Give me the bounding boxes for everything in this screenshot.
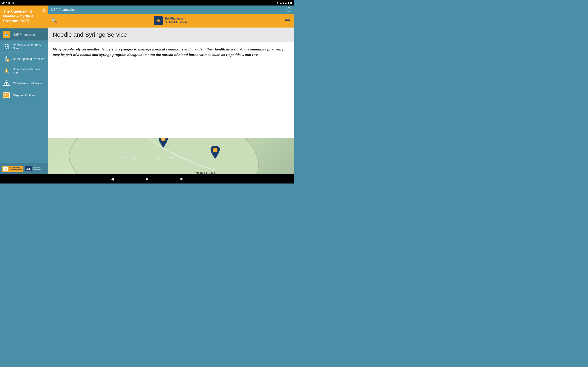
loading-indicator (287, 7, 291, 12)
web-frame: 🔍 ℞ The Pharmacy Guild of Australia Need… (48, 14, 294, 174)
web-header-logo: ℞ The Pharmacy Guild of Australia (154, 16, 188, 25)
qld-gov-footer-logo: QLD QueenslandGovernment (25, 166, 42, 171)
web-body-text: Many people rely on needles, lancets or … (53, 47, 289, 58)
photo-icon: ◎ (12, 2, 14, 4)
pharmacy-guild-footer-logo: ℞ The PharmacyGuild of Australia (2, 166, 23, 172)
svg-text:+: + (214, 148, 216, 152)
page-title-bar: NSP Pharmacies (51, 8, 284, 11)
svg-text:+: + (162, 138, 164, 141)
sidebar-footer: ℞ The PharmacyGuild of Australia QLD Que… (0, 163, 48, 174)
pharmacy-icon: 🏪 (3, 31, 10, 38)
virus-icon (3, 67, 10, 75)
guild-name-text: The Pharmacy Guild of Australia (165, 17, 188, 24)
web-body-content: Many people rely on needles, lancets or … (48, 42, 294, 138)
top-bar: NSP Pharmacies (48, 6, 294, 14)
sidebar-item-primary-secondary[interactable]: Primary & Secondary Sites (0, 41, 48, 53)
pharmacy-guild-logo-icon: ℞ (154, 16, 163, 25)
sidebar-item-label-blood-borne: Blood Borne Viruses Info (13, 67, 45, 74)
web-page-title-section: Needle and Syringe Service (48, 27, 294, 42)
svg-rect-3 (6, 48, 7, 49)
sidebar-item-label-safer-injecting: Safer Injecting Practices (13, 57, 45, 60)
svg-line-20 (8, 69, 9, 70)
recent-apps-button[interactable]: ■ (178, 175, 185, 182)
status-bar-right: ▼ ▲▲▲ ▮▮▮ (276, 1, 292, 4)
svg-text:NORTHERN: NORTHERN (195, 171, 216, 174)
settings-icon[interactable]: ⚙ (42, 8, 46, 13)
sidebar: ⚙ The Queensland Needle & Syringe Progra… (0, 6, 48, 174)
signal-icon: ▲▲▲ (279, 1, 287, 4)
svg-point-9 (6, 60, 7, 61)
wifi-icon: ▼ (276, 1, 279, 4)
svg-rect-7 (6, 57, 7, 59)
search-icon[interactable]: 🔍 (52, 18, 57, 23)
svg-point-13 (6, 70, 7, 72)
web-header: 🔍 ℞ The Pharmacy Guild of Australia (48, 14, 294, 27)
sidebar-item-blood-borne[interactable]: Blood Borne Viruses Info (0, 65, 48, 77)
back-button[interactable]: ◀ (109, 175, 116, 182)
web-page-heading: Needle and Syringe Service (53, 31, 289, 38)
sidebar-header: ⚙ The Queensland Needle & Syringe Progra… (0, 6, 48, 28)
main-content: NSP Pharmacies 🔍 ℞ The Pharmacy Guild of… (48, 6, 294, 174)
sidebar-item-label-nsp-pharmacies: NSP Pharmacies (13, 33, 36, 36)
svg-line-21 (5, 72, 6, 73)
warning-icon (3, 79, 10, 87)
sidebar-item-label-disposal: Disposal Options (13, 94, 35, 97)
hamburger-menu-icon[interactable] (284, 18, 291, 23)
sidebar-title: The Queensland Needle & Syringe Program … (3, 9, 45, 23)
sim-icon: ▣ (8, 2, 10, 4)
sidebar-item-disposal[interactable]: OPEN Disposal Options (0, 89, 48, 101)
svg-text:QLD: QLD (26, 168, 31, 170)
status-bar-left: 9:47 ▣ ◎ (2, 1, 14, 4)
sidebar-item-nsp-pharmacies[interactable]: 🏪 NSP Pharmacies (0, 28, 48, 41)
svg-rect-2 (7, 46, 8, 47)
sidebar-item-safer-injecting[interactable]: Safer Injecting Practices (0, 53, 48, 65)
sidebar-item-overdose[interactable]: Overdose & Naloxone (0, 77, 48, 89)
map-background: NORTHERN TERRITORY + (48, 138, 294, 174)
building-icon (3, 43, 10, 50)
sidebar-menu: 🏪 NSP Pharmacies Primar (0, 28, 48, 163)
app-container: ⚙ The Queensland Needle & Syringe Progra… (0, 6, 294, 174)
svg-point-24 (6, 84, 7, 85)
time: 9:47 (2, 1, 7, 4)
svg-rect-1 (5, 46, 6, 47)
home-button[interactable]: ● (144, 175, 150, 182)
map-container[interactable]: NORTHERN TERRITORY + (48, 138, 294, 174)
status-bar: 9:47 ▣ ◎ ▼ ▲▲▲ ▮▮▮ (0, 0, 294, 6)
sidebar-item-label-primary-secondary: Primary & Secondary Sites (13, 43, 45, 50)
navigation-bar: ◀ ● ■ (0, 174, 294, 184)
sidebar-item-label-overdose: Overdose & Naloxone (13, 81, 42, 85)
svg-line-18 (5, 69, 6, 70)
battery-icon: ▮▮▮ (288, 1, 292, 4)
open-icon: OPEN (3, 92, 10, 99)
syringe-icon (3, 55, 10, 62)
map-svg: NORTHERN TERRITORY + (48, 138, 294, 174)
